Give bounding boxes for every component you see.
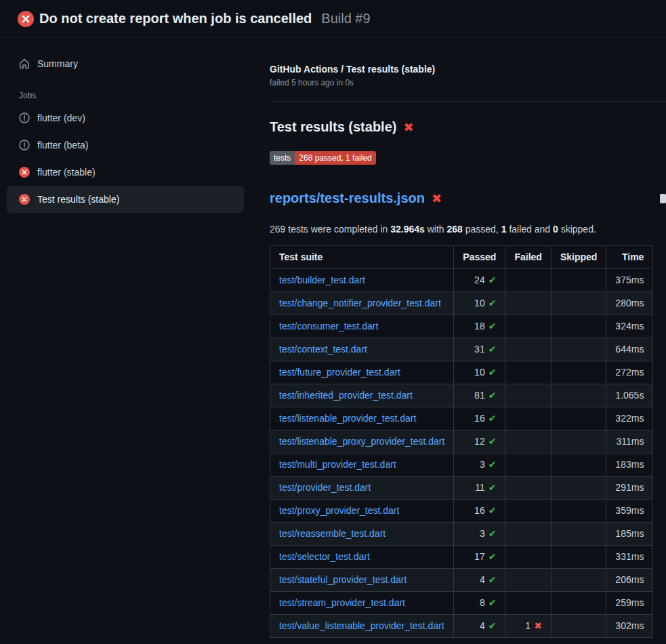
count-value: 11 <box>475 482 485 493</box>
sidebar-item-flutter-dev[interactable]: flutter (dev) <box>7 104 244 132</box>
failed-status-icon <box>18 11 34 27</box>
summary-part: 269 tests were completed in <box>270 224 390 235</box>
check-icon: ✔ <box>488 551 497 562</box>
tests-badge: tests 268 passed, 1 failed <box>270 151 376 165</box>
scrollbar-thumb[interactable] <box>660 194 666 203</box>
test-results-table: Test suite Passed Failed Skipped Time te… <box>270 245 653 638</box>
test-suite-cell: test/proxy_provider_test.dart <box>270 500 454 523</box>
test-suite-link[interactable]: test/stateful_provider_test.dart <box>279 574 407 585</box>
home-icon <box>19 58 30 69</box>
count-value: 3 <box>480 459 485 470</box>
sidebar-item-label: Test results (stable) <box>37 194 119 205</box>
time-cell: 375ms <box>606 269 653 292</box>
test-suite-link[interactable]: test/future_provider_test.dart <box>279 367 400 378</box>
run-status-line: failed 5 hours ago in 0s <box>270 78 644 87</box>
time-cell: 324ms <box>606 315 653 338</box>
badge-row: tests 268 passed, 1 failed <box>270 135 644 165</box>
count-value: 16 <box>474 505 485 516</box>
summary-part: with <box>425 224 447 235</box>
failed-x-icon: ✖ <box>432 193 442 205</box>
test-suite-link[interactable]: test/inherited_provider_test.dart <box>279 390 413 401</box>
report-link[interactable]: reports/test-results.json <box>270 190 425 206</box>
test-suite-link[interactable]: test/reassemble_test.dart <box>279 528 386 539</box>
badge-label: tests <box>270 151 295 165</box>
time-cell: 302ms <box>606 615 653 638</box>
test-suite-cell: test/listenable_provider_test.dart <box>270 407 454 430</box>
skipped-cell <box>551 407 606 430</box>
passed-cell: 16✔ <box>454 407 505 430</box>
sidebar-item-flutter-beta[interactable]: flutter (beta) <box>7 132 244 159</box>
test-suite-cell: test/stateful_provider_test.dart <box>270 569 454 592</box>
test-suite-link[interactable]: test/proxy_provider_test.dart <box>279 505 399 516</box>
skipped-cell <box>551 361 606 384</box>
table-row: test/listenable_provider_test.dart16✔322… <box>270 407 653 430</box>
summary-part: skipped. <box>558 224 596 235</box>
test-suite-link[interactable]: test/context_test.dart <box>279 344 367 355</box>
test-suite-link[interactable]: test/multi_provider_test.dart <box>279 459 396 470</box>
sidebar-item-label: flutter (stable) <box>37 167 96 178</box>
time-cell: 311ms <box>606 430 653 454</box>
sidebar: Summary Jobs flutter (dev) flutter (beta… <box>0 38 251 213</box>
test-suite-link[interactable]: test/value_listenable_provider_test.dart <box>279 620 444 631</box>
count-value: 10 <box>474 367 485 378</box>
test-suite-link[interactable]: test/change_notifier_provider_test.dart <box>279 298 441 308</box>
time-cell: 185ms <box>606 523 653 546</box>
check-icon: ✔ <box>488 482 497 493</box>
sidebar-item-flutter-stable[interactable]: flutter (stable) <box>7 159 244 186</box>
table-row: test/stream_provider_test.dart8✔259ms <box>270 592 653 615</box>
test-suite-link[interactable]: test/provider_test.dart <box>279 482 371 493</box>
count-value: 18 <box>474 321 485 331</box>
table-row: test/future_provider_test.dart10✔272ms <box>270 361 653 384</box>
cross-icon: ✖ <box>534 620 542 631</box>
failed-cell <box>505 384 551 407</box>
failed-cell <box>505 430 551 454</box>
table-row: test/builder_test.dart24✔375ms <box>270 269 653 292</box>
skipped-cell <box>551 615 606 638</box>
count-value: 12 <box>474 436 485 447</box>
sidebar-item-summary[interactable]: Summary <box>7 52 244 76</box>
test-suite-link[interactable]: test/listenable_proxy_provider_test.dart <box>279 436 444 447</box>
table-row: test/change_notifier_provider_test.dart1… <box>270 292 653 315</box>
skipped-cell <box>551 454 606 477</box>
jobs-section-label: Jobs <box>7 91 244 100</box>
job-cancelled-icon <box>19 113 30 123</box>
table-row: test/consumer_test.dart18✔324ms <box>270 315 653 338</box>
test-suite-link[interactable]: test/stream_provider_test.dart <box>279 597 405 608</box>
skipped-cell <box>551 292 606 315</box>
table-row: test/provider_test.dart11✔291ms <box>270 477 653 500</box>
test-suite-link[interactable]: test/listenable_provider_test.dart <box>279 413 416 424</box>
test-suite-cell: test/future_provider_test.dart <box>270 361 454 384</box>
skipped-cell <box>551 384 606 407</box>
check-icon: ✔ <box>488 390 497 401</box>
failed-cell <box>505 592 551 615</box>
test-suite-link[interactable]: test/consumer_test.dart <box>279 321 378 331</box>
test-suite-link[interactable]: test/builder_test.dart <box>279 275 365 285</box>
sidebar-item-test-results-stable[interactable]: Test results (stable) <box>7 186 244 213</box>
test-suite-cell: test/change_notifier_provider_test.dart <box>270 292 454 315</box>
summary-part: 268 <box>447 224 463 235</box>
table-row: test/reassemble_test.dart3✔185ms <box>270 523 653 546</box>
skipped-cell <box>551 430 606 454</box>
passed-cell: 10✔ <box>454 361 505 384</box>
passed-cell: 10✔ <box>454 292 505 315</box>
passed-cell: 8✔ <box>454 592 505 615</box>
check-icon: ✔ <box>488 574 497 585</box>
test-suite-link[interactable]: test/selector_test.dart <box>279 551 370 562</box>
time-cell: 259ms <box>606 592 653 615</box>
check-icon: ✔ <box>488 528 497 539</box>
test-suite-cell: test/value_listenable_provider_test.dart <box>270 615 454 638</box>
failed-cell <box>505 454 551 477</box>
failed-cell <box>505 500 551 523</box>
summary-part: 1 <box>501 224 507 235</box>
passed-cell: 3✔ <box>454 523 505 546</box>
passed-cell: 31✔ <box>454 338 505 361</box>
failed-cell <box>505 407 551 430</box>
count-value: 4 <box>480 574 485 585</box>
time-cell: 331ms <box>606 546 653 569</box>
time-cell: 183ms <box>606 454 653 477</box>
passed-cell: 18✔ <box>454 315 505 338</box>
count-value: 31 <box>474 344 485 355</box>
table-row: test/inherited_provider_test.dart81✔1.06… <box>270 384 653 407</box>
time-cell: 644ms <box>606 338 653 361</box>
summary-part: 0 <box>553 224 558 235</box>
